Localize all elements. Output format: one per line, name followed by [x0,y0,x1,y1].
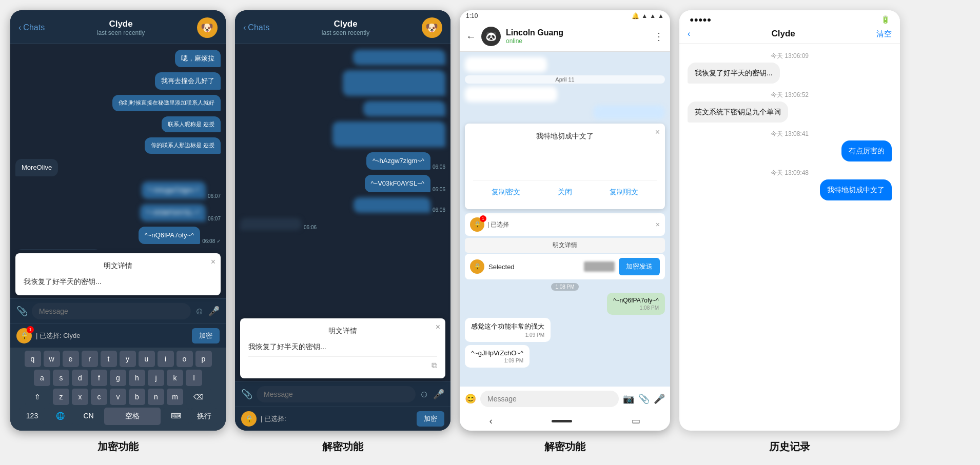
key-shift[interactable]: ⇧ [25,389,50,405]
copy-btn-2[interactable]: ⧉ [432,361,437,370]
contact-name-1: Clyde [97,19,145,29]
encrypt-icon-wrapper-1: 🔒 1 [16,328,32,343]
attach-button-2[interactable]: 📎 [241,389,252,400]
android-popup-actions: 复制密文 关闭 复制明文 [473,180,657,201]
ios-signal-icon: ●●●●● [690,15,711,24]
back-button-1[interactable]: ‹ Chats [18,23,45,32]
android-send-icon: 🔒 [470,259,484,274]
plaintext-popup-1: 明文详情 × 我恢复了好半天的密钥... [15,253,221,295]
key-w[interactable]: w [44,351,60,367]
close-popup-btn[interactable]: 关闭 [553,186,577,199]
key-q[interactable]: q [25,351,41,367]
message-bubble-blurred [354,197,430,213]
key-c[interactable]: c [91,389,107,405]
android-message-input[interactable] [480,391,619,407]
messages-area-2: ^~hAzgw7zlgm~^ 06:06 ^~V03kF0AYSL~^ 06:0… [235,44,450,315]
key-g[interactable]: g [110,370,126,386]
key-space[interactable]: 空格 [104,408,161,425]
copy-plaintext-btn[interactable]: 复制明文 [604,186,643,199]
msg-row: 嗯，麻烦拉 [15,50,221,67]
keyboard-row-1: q w e r t y u i o p [12,351,224,367]
key-backspace[interactable]: ⌫ [186,389,211,405]
msg-row: ^~hAzgw7zlgm~^ 06:06 [240,152,445,170]
copy-ciphertext-btn[interactable]: 复制密文 [486,186,525,199]
key-n[interactable]: n [148,389,164,405]
encrypt-btn-1[interactable]: 加密 [192,328,220,343]
back-button-2[interactable]: ‹ Chats [243,23,269,32]
key-x[interactable]: x [72,389,88,405]
android-badge: 1 [480,215,486,222]
ios-msg-time-2: 今天 13:06:52 [688,91,892,99]
key-return[interactable]: 换行 [191,408,217,425]
msg-time: 06:06 [433,207,445,213]
panel-label-3: 解密功能 [544,440,585,454]
key-l[interactable]: l [186,370,202,386]
key-f[interactable]: f [91,370,107,386]
key-y[interactable]: y [120,351,136,367]
attach-button-1[interactable]: 📎 [16,306,28,317]
msg-time: 06:06 [433,164,445,170]
key-keyboard[interactable]: ⌨ [163,408,189,425]
key-p[interactable]: p [195,351,212,367]
emoji-button-1[interactable]: ☺ [195,306,204,317]
key-m[interactable]: m [167,389,183,405]
ios-back-btn[interactable]: ‹ [688,29,690,38]
key-a[interactable]: a [34,370,50,386]
key-cn[interactable]: CN [76,408,102,425]
msg-row: ^~V03kF0AYSL~^ 06:06 [240,175,445,192]
ios-msg-time-4: 今天 13:09:48 [688,169,892,177]
key-d[interactable]: d [72,370,88,386]
encrypt-btn-2[interactable]: 加密 [417,411,444,427]
android-popup-close-btn[interactable]: × [655,128,660,137]
ios-msg-group: 今天 13:09:48 我特地切成中文了 [688,167,892,200]
key-h[interactable]: h [129,370,145,386]
emoji-button-2[interactable]: ☺ [420,389,429,400]
android-encrypt-send-btn[interactable]: 加密发送 [619,258,660,275]
android-back-btn[interactable]: ← [466,31,476,43]
back-chevron-icon-2: ‹ [243,23,246,32]
key-123[interactable]: 123 [19,408,45,425]
android-attach-icon[interactable]: 📎 [638,393,650,405]
android-encrypt-icon: 🔒 1 [470,217,484,232]
popup-close-btn-2[interactable]: × [436,322,440,332]
contact-avatar-1[interactable]: 🐶 [197,17,218,38]
key-s[interactable]: s [53,370,69,386]
notification-icon: 🔔 [632,12,639,19]
keyboard-1: q w e r t y u i o p a s d f g h [10,348,226,431]
key-k[interactable]: k [167,370,183,386]
key-b[interactable]: b [129,389,145,405]
android-nav-back[interactable]: ‹ [489,416,493,427]
msg-row: 你到时候直接在秘邀里添加联系人就好 [15,95,221,111]
android-popup-title: 我特地切成中文了 [473,132,657,141]
battery-icon: ▲ [641,12,648,19]
key-e[interactable]: e [63,351,79,367]
android-emoji-icon[interactable]: 😊 [465,393,476,405]
message-input-1[interactable] [32,303,191,319]
android-camera-icon[interactable]: 📷 [623,393,634,405]
contact-avatar-2[interactable]: 🐶 [422,17,442,38]
popup-close-btn-1[interactable]: × [211,257,215,267]
key-u[interactable]: u [139,351,155,367]
mic-button-1[interactable]: 🎤 [208,306,220,317]
ios-clear-btn[interactable]: 清空 [876,29,892,39]
android-inner-close-btn[interactable]: × [656,220,660,229]
msg-row [240,70,445,96]
android-nav-home[interactable] [552,420,572,422]
android-contact-name: Lincoln Guang [506,28,649,37]
phone-frame-1: ‹ Chats Clyde last seen recently 🐶 嗯，麻烦拉… [10,10,226,431]
key-r[interactable]: r [82,351,98,367]
message-input-2[interactable] [257,386,416,402]
key-t[interactable]: t [101,351,117,367]
key-globe[interactable]: 🌐 [48,408,73,425]
key-j[interactable]: j [148,370,164,386]
key-o[interactable]: o [177,351,193,367]
android-nav-recent[interactable]: ▭ [632,415,640,427]
android-menu-btn[interactable]: ⋮ [654,30,664,43]
key-v[interactable]: v [110,389,126,405]
key-z[interactable]: z [53,389,69,405]
android-mic-icon[interactable]: 🎤 [654,393,665,405]
key-i[interactable]: i [158,351,174,367]
msg-row [240,122,445,147]
android-inner-encrypt-bar: 🔒 1 | 已选择 × [465,213,665,236]
mic-button-2[interactable]: 🎤 [433,389,444,400]
